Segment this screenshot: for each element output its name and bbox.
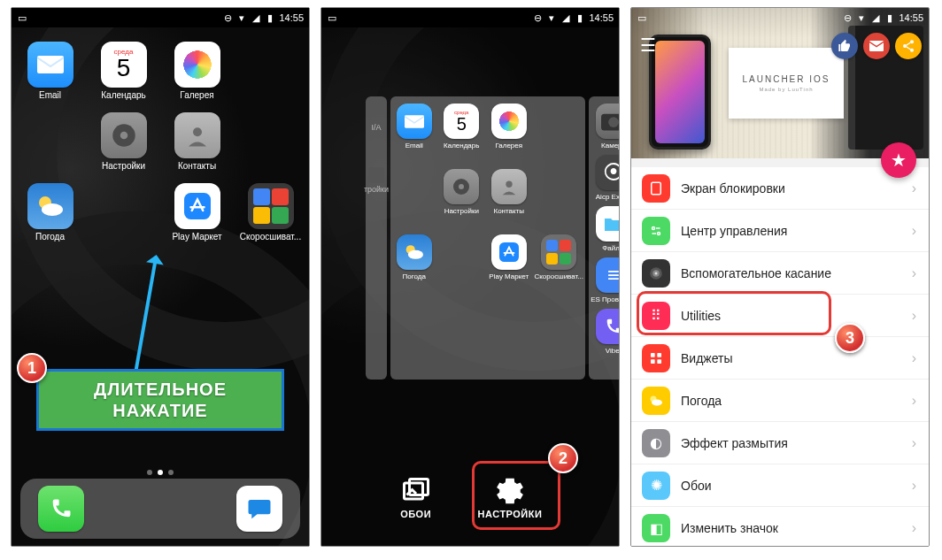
menu-button[interactable]: ☰ <box>640 35 656 56</box>
battery-icon: ▮ <box>884 12 895 23</box>
app-aicp[interactable]: ⦿Aicp Extras <box>596 155 620 201</box>
clock: 14:55 <box>899 12 923 23</box>
settings-list: Экран блокировки › Центр управления › Вс… <box>631 167 929 546</box>
svg-rect-28 <box>651 353 655 357</box>
assistive-touch-icon <box>642 259 670 288</box>
svg-point-10 <box>506 181 512 188</box>
mail-icon <box>397 104 432 139</box>
app-weather[interactable]: Погода <box>13 183 87 242</box>
dock-messages[interactable] <box>236 486 282 532</box>
contacts-icon <box>491 169 527 204</box>
favorite-fab[interactable]: ★ <box>881 142 916 178</box>
calendar-icon: среда 5 <box>101 42 147 88</box>
app-contacts[interactable]: Контакты <box>160 112 234 171</box>
page-indicator <box>12 470 309 475</box>
prev-page-peek[interactable]: I/A тройки <box>366 96 387 380</box>
screenshot-indicator-icon: ▭ <box>637 12 647 23</box>
home-app-grid: Email среда 5 Календарь Галерея Настройк… <box>12 35 309 242</box>
chevron-right-icon: › <box>912 520 916 536</box>
screenshot-1: ▭ ⊖ ▾ ◢ ▮ 14:55 Email среда 5 Календарь … <box>11 7 310 547</box>
gallery-icon <box>174 42 220 88</box>
wallpaper-icon: ✺ <box>642 472 670 500</box>
svg-point-5 <box>42 203 63 216</box>
row-assistive-touch[interactable]: Вспомогательное касание › <box>631 252 929 295</box>
svg-point-20 <box>903 44 907 48</box>
edit-options: ОБОИ НАСТРОЙКИ <box>321 473 619 519</box>
wallpaper-button[interactable]: ОБОИ <box>398 473 434 519</box>
messages-icon <box>236 486 282 532</box>
settings-button[interactable]: НАСТРОЙКИ <box>478 473 543 519</box>
widgets-icon <box>642 344 670 372</box>
app-viber[interactable]: Viber <box>596 309 620 355</box>
app-gallery[interactable]: Галерея <box>160 42 234 100</box>
battery-icon: ▮ <box>575 12 585 23</box>
row-blur[interactable]: ◐ Эффект размытия › <box>631 422 929 464</box>
status-bar: ▭ ⊖ ▾ ◢ ▮ 14:55 <box>12 8 309 27</box>
mail-button[interactable] <box>863 33 890 59</box>
app-weather[interactable]: Погода <box>392 234 436 296</box>
gallery-icon <box>491 104 527 139</box>
app-settings[interactable]: Настройки <box>87 112 160 171</box>
app-play-market[interactable]: Play Маркет <box>160 183 234 242</box>
app-folder[interactable]: Скоросшиват... <box>234 183 307 242</box>
app-es[interactable]: ≡ES Проводн... <box>591 257 620 303</box>
screenshot-2: ▭ ⊖ ▾ ◢ ▮ 14:55 I/A тройки Email среда5К… <box>320 7 620 547</box>
contacts-icon <box>174 112 220 158</box>
lockscreen-icon <box>642 174 670 203</box>
folder-icon <box>248 183 294 229</box>
app-folder[interactable]: Скоросшиват... <box>535 234 583 296</box>
app-label: Email <box>39 90 61 100</box>
svg-point-21 <box>910 49 914 52</box>
battery-icon: ▮ <box>265 12 275 23</box>
share-button[interactable] <box>895 33 922 59</box>
svg-point-3 <box>193 127 202 136</box>
app-calendar[interactable]: среда5Календарь <box>440 104 484 165</box>
screenshot-indicator-icon: ▭ <box>327 12 337 23</box>
screenshot-3: LAUNCHER IOS Made by LuuTinh ▭ ⊖ ▾ ◢ ▮ 1… <box>630 7 930 547</box>
like-button[interactable] <box>831 33 858 59</box>
clock: 14:55 <box>279 12 304 23</box>
app-email[interactable]: Email <box>13 42 87 100</box>
app-camera[interactable]: Камера <box>596 104 620 150</box>
app-label: Погода <box>35 232 65 242</box>
app-play-market[interactable]: Play Маркет <box>487 234 531 296</box>
row-control-center[interactable]: Центр управления › <box>631 210 929 252</box>
app-calendar[interactable]: среда 5 Календарь <box>87 42 160 100</box>
row-wallpaper[interactable]: ✺ Обои › <box>631 464 929 507</box>
next-page-peek[interactable]: Камера ⦿Aicp Extras Файлы ≡ES Проводн...… <box>589 96 620 380</box>
row-utilities[interactable]: ⠿ Utilities › <box>631 295 929 337</box>
folder-icon <box>541 234 576 270</box>
row-change-icon[interactable]: ◧ Изменить значок › <box>631 507 929 546</box>
screenshot-indicator-icon: ▭ <box>17 12 27 23</box>
change-icon-icon: ◧ <box>642 514 670 542</box>
chevron-right-icon: › <box>912 350 916 366</box>
files-icon <box>596 206 620 242</box>
dock-phone[interactable] <box>38 486 84 532</box>
svg-point-27 <box>655 272 658 274</box>
calendar-icon: среда5 <box>444 104 479 139</box>
svg-point-2 <box>120 132 127 140</box>
weather-icon <box>397 234 432 270</box>
chevron-right-icon: › <box>912 180 916 196</box>
app-label: Календарь <box>101 90 145 100</box>
svg-point-9 <box>459 184 464 189</box>
app-settings[interactable]: Настройки <box>440 169 484 231</box>
row-lockscreen[interactable]: Экран блокировки › <box>631 167 929 210</box>
app-email[interactable]: Email <box>392 104 436 165</box>
current-page[interactable]: Email среда5Календарь Галерея Настройки … <box>390 96 585 380</box>
app-contacts[interactable]: Контакты <box>487 169 531 231</box>
wifi-icon: ▾ <box>236 12 247 23</box>
step-badge-1: 1 <box>17 353 47 383</box>
app-label: Галерея <box>180 90 213 100</box>
header-actions <box>831 33 922 59</box>
app-label: Контакты <box>178 161 216 171</box>
row-weather[interactable]: Погода › <box>631 380 929 422</box>
app-files[interactable]: Файлы <box>596 206 620 252</box>
status-bar: ▭ ⊖ ▾ ◢ ▮ 14:55 <box>631 8 929 27</box>
weather-icon <box>27 183 73 229</box>
svg-point-12 <box>408 250 423 259</box>
app-gallery[interactable]: Галерея <box>487 104 531 165</box>
row-widgets[interactable]: Виджеты › <box>631 337 929 380</box>
aicp-icon: ⦿ <box>596 155 620 190</box>
dnd-icon: ⊖ <box>532 12 543 23</box>
